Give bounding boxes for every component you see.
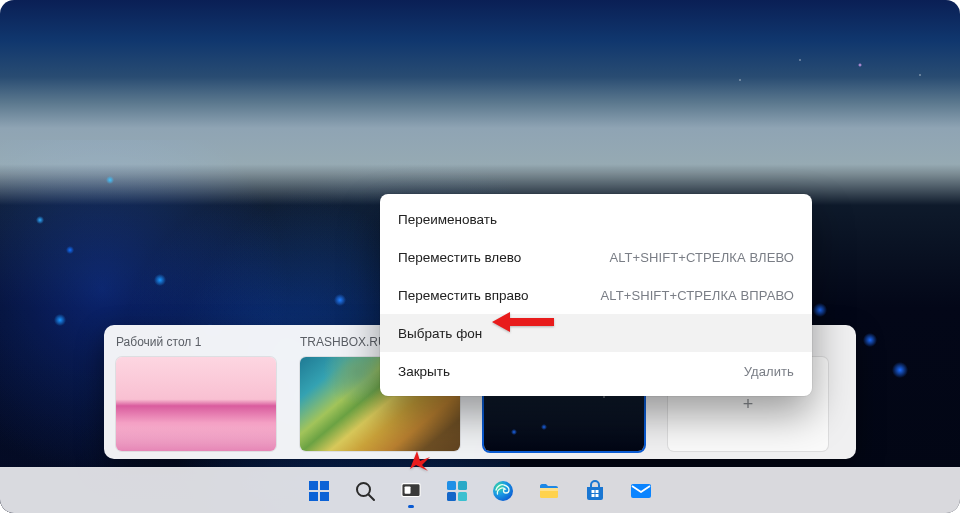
svg-rect-13	[447, 492, 456, 501]
ctx-move-left[interactable]: Переместить влево ALT+SHIFT+СТРЕЛКА ВЛЕВ…	[380, 238, 812, 276]
file-explorer-button[interactable]	[529, 471, 569, 511]
ctx-label: Переместить вправо	[398, 288, 529, 303]
ctx-choose-background[interactable]: Выбрать фон	[380, 314, 812, 352]
svg-rect-4	[309, 492, 318, 501]
widgets-icon	[445, 479, 469, 503]
edge-button[interactable]	[483, 471, 523, 511]
store-icon	[583, 479, 607, 503]
svg-rect-5	[320, 492, 329, 501]
ctx-close[interactable]: Закрыть Удалить	[380, 352, 812, 390]
ctx-move-right[interactable]: Переместить вправо ALT+SHIFT+СТРЕЛКА ВПР…	[380, 276, 812, 314]
desktop-title: Рабочий стол 1	[116, 335, 276, 351]
desktop-item-1[interactable]: Рабочий стол 1	[116, 335, 276, 451]
svg-marker-1	[410, 451, 430, 471]
mail-button[interactable]	[621, 471, 661, 511]
mail-icon	[629, 479, 653, 503]
svg-rect-19	[596, 490, 599, 493]
svg-rect-3	[320, 481, 329, 490]
ctx-label: Закрыть	[398, 364, 450, 379]
svg-rect-14	[458, 492, 467, 501]
svg-rect-12	[458, 481, 467, 490]
windows-icon	[307, 479, 331, 503]
desktop-context-menu: Переименовать Переместить влево ALT+SHIF…	[380, 194, 812, 396]
svg-rect-18	[592, 490, 595, 493]
annotation-arrow-2	[408, 449, 430, 475]
svg-rect-17	[540, 488, 558, 491]
ctx-shortcut: ALT+SHIFT+СТРЕЛКА ВЛЕВО	[609, 250, 794, 265]
desktop-thumbnail[interactable]	[116, 357, 276, 451]
annotation-arrow-1	[492, 310, 554, 338]
plus-icon: +	[743, 394, 754, 415]
task-view-button[interactable]	[391, 471, 431, 511]
ms-store-button[interactable]	[575, 471, 615, 511]
svg-rect-2	[309, 481, 318, 490]
svg-rect-10	[405, 486, 411, 493]
search-icon	[353, 479, 377, 503]
svg-line-7	[369, 494, 375, 500]
svg-rect-21	[596, 494, 599, 497]
svg-marker-0	[492, 312, 554, 332]
svg-rect-20	[592, 494, 595, 497]
folder-icon	[537, 479, 561, 503]
task-view-icon	[400, 480, 422, 502]
search-button[interactable]	[345, 471, 385, 511]
edge-icon	[491, 479, 515, 503]
taskbar	[0, 467, 960, 513]
start-button[interactable]	[299, 471, 339, 511]
ctx-label: Переместить влево	[398, 250, 521, 265]
ctx-label: Выбрать фон	[398, 326, 482, 341]
svg-rect-11	[447, 481, 456, 490]
ctx-label: Переименовать	[398, 212, 497, 227]
ctx-right-label: Удалить	[744, 364, 794, 379]
ctx-shortcut: ALT+SHIFT+СТРЕЛКА ВПРАВО	[601, 288, 794, 303]
widgets-button[interactable]	[437, 471, 477, 511]
ctx-rename[interactable]: Переименовать	[380, 200, 812, 238]
